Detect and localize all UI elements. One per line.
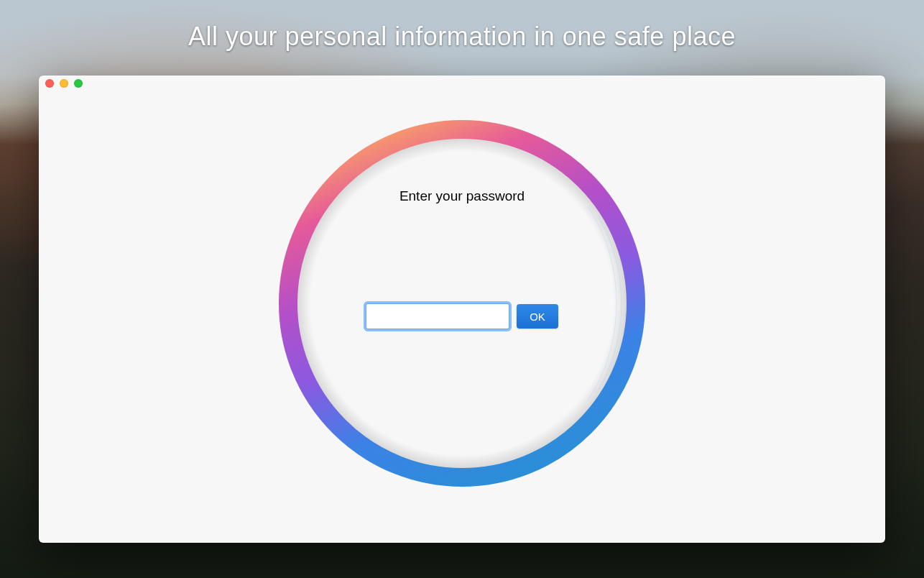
ok-button[interactable]: OK <box>517 304 558 329</box>
window-close-button[interactable] <box>45 79 54 88</box>
password-prompt-label: Enter your password <box>399 188 525 204</box>
password-input-row: OK <box>366 303 558 329</box>
marketing-headline: All your personal information in one saf… <box>0 22 924 52</box>
window-titlebar[interactable] <box>39 75 885 91</box>
password-input[interactable] <box>366 303 509 329</box>
window-minimize-button[interactable] <box>60 79 68 88</box>
window-content: Enter your password OK <box>39 91 885 543</box>
window-zoom-button[interactable] <box>74 79 83 88</box>
password-prompt-area: Enter your password OK <box>279 124 645 490</box>
app-window: Enter your password OK <box>39 75 885 543</box>
